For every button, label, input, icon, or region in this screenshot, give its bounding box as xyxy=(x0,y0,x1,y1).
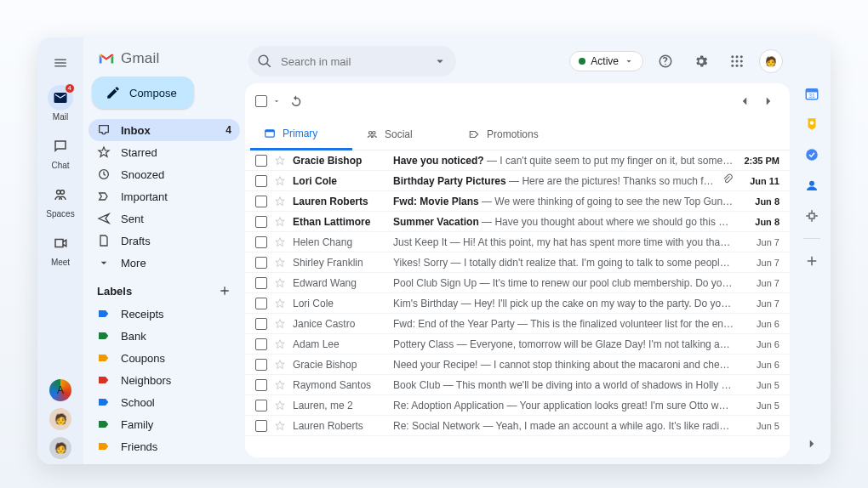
rail-avatar-1[interactable]: A xyxy=(49,379,71,401)
nav-more[interactable]: More xyxy=(89,252,240,274)
social-icon xyxy=(366,128,378,140)
nav-sent[interactable]: Sent xyxy=(89,207,240,230)
svg-point-10 xyxy=(736,65,739,67)
prev-page-button[interactable] xyxy=(734,90,756,112)
date: Jun 7 xyxy=(740,258,779,268)
rail-avatar-2[interactable]: 🧑 xyxy=(49,408,71,430)
calendar-addon[interactable]: 31 xyxy=(803,85,820,102)
row-checkbox[interactable] xyxy=(255,236,267,248)
rail-label: Chat xyxy=(51,161,69,170)
nav-inbox[interactable]: Inbox4 xyxy=(89,119,240,141)
row-checkbox[interactable] xyxy=(255,338,267,350)
rail-chat[interactable]: Chat xyxy=(37,128,83,175)
row-checkbox[interactable] xyxy=(255,298,267,309)
label-neighbors[interactable]: Neighbors xyxy=(89,369,240,391)
star-toggle[interactable] xyxy=(274,379,286,391)
row-checkbox[interactable] xyxy=(255,359,267,371)
row-checkbox[interactable] xyxy=(255,318,267,330)
select-all-checkbox[interactable] xyxy=(255,95,267,107)
row-checkbox[interactable] xyxy=(255,400,267,411)
row-checkbox[interactable] xyxy=(255,175,267,187)
nav-important[interactable]: Important xyxy=(89,185,240,207)
message-row[interactable]: Janice CastroFwd: End of the Year Party … xyxy=(245,314,790,334)
message-row[interactable]: Lauren RobertsFwd: Movie Plans — We were… xyxy=(245,191,790,212)
search-options-icon[interactable] xyxy=(432,54,448,69)
support-button[interactable] xyxy=(652,48,679,75)
star-toggle[interactable] xyxy=(274,318,286,330)
message-row[interactable]: Lauren RobertsRe: Social Network — Yeah,… xyxy=(245,416,790,436)
compose-button[interactable]: Compose xyxy=(92,77,194,109)
message-row[interactable]: Shirley FranklinYikes! Sorry — I totally… xyxy=(245,253,790,273)
label-coupons[interactable]: Coupons xyxy=(89,347,240,369)
row-checkbox[interactable] xyxy=(255,420,267,432)
star-toggle[interactable] xyxy=(274,338,286,350)
star-toggle[interactable] xyxy=(274,277,286,289)
label-receipts[interactable]: Receipts xyxy=(89,303,240,325)
message-row[interactable]: Lauren, me 2Re: Adoption Application — Y… xyxy=(245,395,790,416)
star-toggle[interactable] xyxy=(274,236,286,248)
star-toggle[interactable] xyxy=(274,216,286,228)
tab-promotions[interactable]: Promotions xyxy=(454,119,557,150)
tasks-addon[interactable] xyxy=(803,146,820,163)
message-row[interactable]: Adam LeePottery Class — Everyone, tomorr… xyxy=(245,334,790,355)
label-text: Receipts xyxy=(121,308,164,321)
message-row[interactable]: Edward WangPool Club Sign Up — It's time… xyxy=(245,273,790,293)
next-page-button[interactable] xyxy=(757,90,779,112)
refresh-button[interactable] xyxy=(286,91,306,111)
nav-draft[interactable]: Drafts xyxy=(89,230,240,252)
tab-social[interactable]: Social xyxy=(352,119,454,150)
rail-label: Mail xyxy=(53,112,68,122)
attachment-icon xyxy=(722,173,734,188)
row-checkbox[interactable] xyxy=(255,216,267,228)
label-school[interactable]: School xyxy=(89,391,240,413)
message-row[interactable]: Helen ChangJust Keep It — Hi! At this po… xyxy=(245,232,790,253)
status-chip[interactable]: Active xyxy=(569,51,643,71)
row-checkbox[interactable] xyxy=(255,196,267,207)
row-checkbox[interactable] xyxy=(255,277,267,289)
contacts-addon[interactable] xyxy=(803,177,820,194)
rail-spaces[interactable]: Spaces xyxy=(37,177,83,224)
nav-clock[interactable]: Snoozed xyxy=(89,163,240,185)
nav-star[interactable]: Starred xyxy=(89,141,240,163)
label-family[interactable]: Family xyxy=(89,413,240,435)
account-avatar[interactable]: 🧑 xyxy=(759,49,783,73)
row-checkbox[interactable] xyxy=(255,379,267,391)
collapse-panel[interactable] xyxy=(803,435,820,452)
chevron-down-icon xyxy=(624,56,634,66)
message-row[interactable]: Gracie BishopNeed your Recipe! — I canno… xyxy=(245,355,790,375)
label-friends[interactable]: Friends xyxy=(89,435,240,457)
main-menu-button[interactable] xyxy=(45,48,76,78)
message-row[interactable]: Lori ColeKim's Birthday — Hey! I'll pick… xyxy=(245,293,790,314)
labels-more[interactable]: More xyxy=(89,457,240,464)
keep-addon[interactable] xyxy=(803,116,820,133)
add-label-icon[interactable] xyxy=(218,284,231,298)
star-toggle[interactable] xyxy=(274,175,286,187)
get-addons[interactable] xyxy=(803,253,820,270)
rail-avatar-3[interactable]: 🧑 xyxy=(49,437,71,459)
message-row[interactable]: Lori ColeBirthday Party Pictures — Here … xyxy=(245,171,790,191)
message-row[interactable]: Ethan LattimoreSummer Vacation — Have yo… xyxy=(245,212,790,232)
tab-primary[interactable]: Primary xyxy=(250,119,352,150)
message-row[interactable]: Raymond SantosBook Club — This month we'… xyxy=(245,375,790,395)
sender: Helen Chang xyxy=(293,236,386,248)
search-input[interactable] xyxy=(279,54,425,69)
star-toggle[interactable] xyxy=(274,359,286,371)
star-toggle[interactable] xyxy=(274,420,286,432)
addons-addon[interactable] xyxy=(803,207,820,224)
message-row[interactable]: Gracie BishopHave you noticed? — I can't… xyxy=(245,150,790,171)
settings-button[interactable] xyxy=(688,48,715,75)
star-toggle[interactable] xyxy=(274,155,286,167)
svg-rect-23 xyxy=(809,213,814,218)
row-checkbox[interactable] xyxy=(255,257,267,269)
label-bank[interactable]: Bank xyxy=(89,325,240,347)
rail-meet[interactable]: Meet xyxy=(37,225,83,272)
row-checkbox[interactable] xyxy=(255,155,267,167)
star-toggle[interactable] xyxy=(274,400,286,411)
apps-button[interactable] xyxy=(723,48,751,75)
star-toggle[interactable] xyxy=(274,298,286,309)
rail-mail[interactable]: 4 Mail xyxy=(37,80,83,127)
search-box[interactable] xyxy=(248,46,456,77)
star-toggle[interactable] xyxy=(274,257,286,269)
star-toggle[interactable] xyxy=(274,196,286,207)
select-menu-caret[interactable] xyxy=(272,97,281,105)
